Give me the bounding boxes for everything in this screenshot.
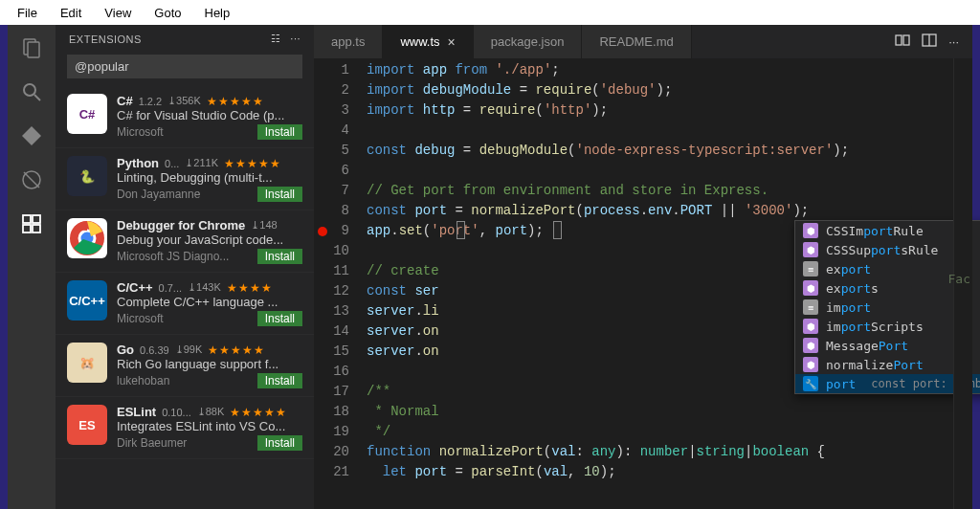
- extension-version: 0.6.39: [140, 344, 169, 356]
- extension-name: C/C++: [117, 280, 153, 295]
- code-line[interactable]: import app from './app';: [367, 60, 972, 80]
- debug-icon[interactable]: [18, 166, 45, 193]
- extension-description: Integrates ESLint into VS Co...: [117, 419, 302, 433]
- more-icon[interactable]: ···: [948, 34, 959, 49]
- install-button[interactable]: Install: [257, 124, 302, 140]
- editor-area: app.tswww.ts×package.jsonREADME.md··· 12…: [314, 25, 972, 509]
- code-line[interactable]: const port = normalizePort(process.env.P…: [367, 201, 972, 221]
- code-line[interactable]: [367, 161, 972, 181]
- tab-www-ts[interactable]: www.ts×: [383, 25, 473, 58]
- extension-item[interactable]: ESESLint0.10...⤓88K★★★★★Integrates ESLin…: [56, 397, 314, 459]
- svg-line-3: [34, 95, 40, 100]
- extension-item[interactable]: 🐹Go0.6.39⤓99K★★★★★Rich Go language suppo…: [56, 335, 314, 397]
- code-line[interactable]: // Get port from environment and store i…: [367, 181, 972, 201]
- svg-rect-12: [896, 35, 902, 45]
- install-button[interactable]: Install: [257, 187, 302, 202]
- extension-downloads: ⤓99K: [175, 343, 203, 356]
- extension-name: ESLint: [117, 405, 156, 419]
- extension-downloads: ⤓143K: [188, 281, 221, 294]
- extension-rating: ★★★★★: [230, 406, 287, 419]
- workbench: EXTENSIONS ☷ ··· @popular C#C#1.2.2⤓356K…: [8, 25, 972, 509]
- extension-description: Complete C/C++ language ...: [117, 295, 302, 309]
- extensions-sidebar: EXTENSIONS ☷ ··· @popular C#C#1.2.2⤓356K…: [56, 25, 314, 509]
- install-button[interactable]: Install: [257, 373, 302, 388]
- menubar: FileEditViewGotoHelp: [0, 0, 980, 25]
- tab-app-ts[interactable]: app.ts: [314, 25, 383, 58]
- truncated-code: Fac: [948, 272, 970, 286]
- extensions-icon[interactable]: [18, 210, 45, 237]
- extension-version: 0.10...: [162, 407, 191, 418]
- extension-name: Python: [117, 156, 159, 170]
- svg-line-5: [24, 172, 39, 188]
- activity-bar: [8, 25, 56, 509]
- tab-label: README.md: [599, 34, 673, 49]
- compare-icon[interactable]: [895, 33, 910, 51]
- code-line[interactable]: import http = require('http');: [367, 100, 972, 121]
- menu-edit[interactable]: Edit: [51, 2, 91, 24]
- code-line[interactable]: [367, 121, 972, 141]
- code-line[interactable]: */: [367, 422, 972, 442]
- extension-version: 0.7...: [159, 282, 182, 294]
- svg-rect-8: [23, 225, 31, 232]
- extension-description: C# for Visual Studio Code (p...: [117, 108, 302, 122]
- extension-name: Debugger for Chrome: [117, 218, 245, 232]
- tab-label: package.json: [491, 34, 565, 49]
- tab-label: app.ts: [331, 34, 365, 49]
- menu-view[interactable]: View: [95, 2, 141, 24]
- extension-icon: [67, 218, 107, 258]
- bracket-highlight: [457, 221, 465, 239]
- extension-item[interactable]: 🐍Python0...⤓211K★★★★★Linting, Debugging …: [56, 148, 314, 210]
- extension-item[interactable]: C#C#1.2.2⤓356K★★★★★C# for Visual Studio …: [56, 86, 314, 148]
- extension-downloads: ⤓211K: [185, 157, 218, 169]
- extension-publisher: Microsoft JS Diagno...: [117, 250, 229, 263]
- code-line[interactable]: function normalizePort(val: any): number…: [367, 442, 972, 462]
- code-line[interactable]: const debug = debugModule('node-express-…: [367, 141, 972, 161]
- sidebar-title: EXTENSIONS: [69, 33, 142, 45]
- source-control-icon[interactable]: [18, 122, 45, 149]
- code-line[interactable]: import debugModule = require('debug');: [367, 80, 972, 100]
- extension-downloads: ⤓356K: [167, 95, 201, 107]
- extension-icon: 🐍: [67, 156, 107, 196]
- extension-description: Rich Go language support f...: [117, 357, 302, 371]
- extension-version: 0...: [165, 158, 179, 169]
- extension-icon: C/C++: [67, 280, 107, 321]
- svg-rect-7: [33, 215, 40, 223]
- install-button[interactable]: Install: [257, 311, 302, 326]
- bracket-highlight: [553, 221, 562, 239]
- svg-rect-6: [23, 215, 31, 223]
- filter-icon[interactable]: ☷: [271, 33, 281, 45]
- install-button[interactable]: Install: [257, 435, 302, 451]
- extension-publisher: Dirk Baeumer: [117, 436, 187, 450]
- tab-package-json[interactable]: package.json: [474, 25, 583, 58]
- code-line[interactable]: let port = parseInt(val, 10);: [367, 462, 972, 482]
- extension-name: C#: [117, 94, 133, 108]
- extension-list: C#C#1.2.2⤓356K★★★★★C# for Visual Studio …: [56, 86, 314, 509]
- extension-icon: C#: [67, 94, 107, 134]
- svg-rect-9: [33, 225, 40, 232]
- close-icon[interactable]: ×: [448, 34, 456, 50]
- extension-icon: ES: [67, 405, 107, 445]
- line-gutter: 123456789101112131415161718192021: [314, 58, 367, 509]
- search-icon[interactable]: [18, 78, 45, 105]
- extension-search-input[interactable]: @popular: [67, 55, 302, 78]
- extension-rating: ★★★★★: [224, 157, 281, 170]
- menu-file[interactable]: File: [8, 2, 47, 24]
- split-icon[interactable]: [922, 33, 937, 51]
- editor-tabs: app.tswww.ts×package.jsonREADME.md···: [314, 25, 972, 58]
- menu-goto[interactable]: Goto: [145, 2, 190, 24]
- more-icon[interactable]: ···: [290, 33, 301, 45]
- svg-point-2: [24, 84, 35, 96]
- extension-publisher: Don Jayamanne: [117, 188, 200, 201]
- explorer-icon[interactable]: [18, 34, 45, 61]
- intellisense-popup[interactable]: ⬢CSSImportRule⬢CSSSupportsRule≡export⬢ex…: [794, 220, 980, 394]
- tab-label: www.ts: [400, 34, 439, 49]
- extension-item[interactable]: Debugger for Chrome⤓148Debug your JavaSc…: [56, 210, 314, 273]
- menu-help[interactable]: Help: [195, 2, 240, 24]
- install-button[interactable]: Install: [257, 249, 302, 264]
- extension-description: Debug your JavaScript code...: [117, 232, 302, 247]
- code-line[interactable]: * Normal: [367, 402, 972, 422]
- tab-README-md[interactable]: README.md: [582, 25, 691, 58]
- extension-rating: ★★★★★: [208, 343, 265, 357]
- extension-name: Go: [117, 343, 134, 357]
- extension-item[interactable]: C/C++C/C++0.7...⤓143K★★★★Complete C/C++ …: [56, 273, 314, 335]
